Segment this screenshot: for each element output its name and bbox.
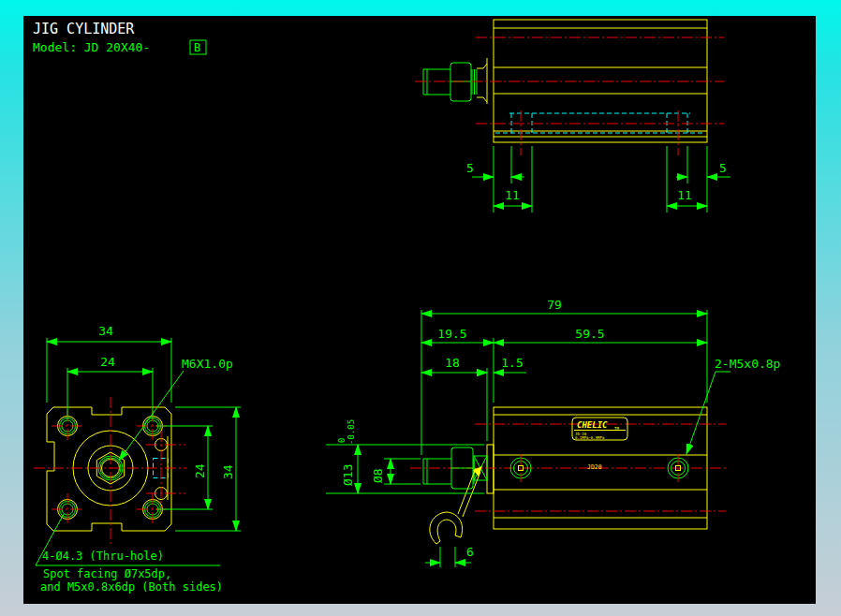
drawing-title: JIG CYLINDER — [33, 21, 135, 37]
note-line1: 4-Ø4.3 (Thru-hole) — [42, 550, 164, 563]
body-size-label: JD20 — [587, 463, 602, 471]
dim-19-5: 19.5 — [437, 327, 466, 341]
dim-6: 6 — [466, 545, 474, 559]
dim-5-left: 5 — [466, 161, 474, 175]
dim-18: 18 — [445, 356, 460, 370]
model-label: Model: JD 20X40- — [33, 40, 150, 54]
dim-1-5: 1.5 — [501, 356, 523, 370]
note-line2: Spot facing Ø7x5dp, — [43, 567, 171, 580]
brand-logo: CHELIC — [577, 420, 608, 430]
dim-24-top: 24 — [100, 355, 115, 369]
dim-11-left: 11 — [505, 188, 520, 202]
model-code: B — [194, 41, 200, 54]
dim-rod-dia: Ø8 — [371, 468, 385, 483]
ports-label: 2-M5x0.8p — [715, 357, 781, 371]
tolerance-upper: 0 — [337, 438, 347, 443]
drawing-canvas — [23, 16, 816, 604]
note-line3: and M5x0.8x6dp (Both sides) — [40, 580, 223, 594]
dim-59-5: 59.5 — [575, 327, 604, 341]
dim-5-right: 5 — [719, 161, 727, 175]
nameplate-line2: 0.1MPa~0.9MPa — [575, 435, 605, 440]
tolerance-lower: -0.05 — [347, 419, 356, 445]
thread-label: M6X1.0p — [182, 357, 233, 371]
dim-34-right: 34 — [221, 464, 235, 479]
dim-34-top: 34 — [98, 324, 113, 338]
cad-drawing: JIG CYLINDER Model: JD 20X40- B — [0, 0, 841, 616]
dim-24-right: 24 — [193, 463, 207, 478]
dim-11-right: 11 — [677, 188, 692, 202]
dim-flange-dia: Ø13 — [341, 464, 355, 486]
dim-79: 79 — [547, 298, 562, 312]
